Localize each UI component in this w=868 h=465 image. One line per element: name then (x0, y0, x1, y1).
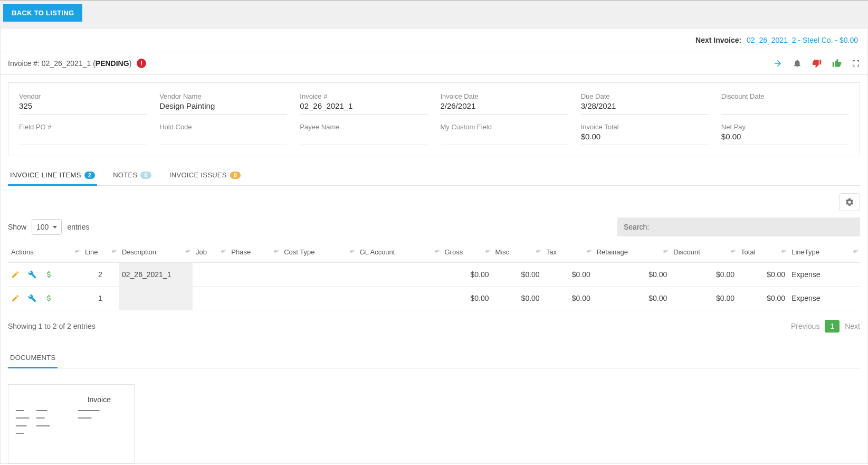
field-discount-date: Discount Date (721, 91, 849, 115)
table-row: 1$0.00$0.00$0.00$0.00$0.00$0.00Expense (8, 287, 860, 310)
field-label: Field PO # (19, 123, 147, 131)
field-value: 2/26/2021 (441, 101, 568, 110)
field-label: Net Pay (721, 123, 849, 131)
cell-phase (228, 287, 281, 310)
previous-page[interactable]: Previous (791, 322, 819, 330)
column-line[interactable]: Line (82, 242, 119, 263)
column-phase[interactable]: Phase (228, 242, 281, 263)
entries-select[interactable]: 100 (32, 219, 62, 235)
field-value: $0.00 (581, 132, 709, 141)
tab-invoice-issues[interactable]: INVOICE ISSUES0 (167, 166, 243, 185)
header-actions (772, 59, 860, 68)
cell-description (119, 287, 193, 310)
entries-label: entries (67, 223, 89, 231)
column-misc[interactable]: Misc (492, 242, 543, 263)
column-actions[interactable]: Actions (8, 242, 82, 263)
column-tax[interactable]: Tax (543, 242, 594, 263)
documents-section: DOCUMENTS (8, 348, 860, 368)
column-gl-account[interactable]: GL Account (357, 242, 442, 263)
invoice-number: 02_26_2021_1 (42, 59, 91, 68)
tab-badge: 2 (84, 172, 95, 179)
field-net-pay: Net Pay$0.00 (721, 122, 849, 145)
tab-badge: 0 (140, 172, 151, 179)
page-1[interactable]: 1 (825, 320, 840, 333)
dollar-icon[interactable] (45, 270, 53, 279)
invoice-card: Next Invoice: 02_26_2021_2 - Steel Co. -… (0, 28, 868, 464)
cell-linetype: Expense (788, 287, 860, 310)
cell-discount: $0.00 (670, 263, 738, 287)
next-invoice-link[interactable]: 02_26_2021_2 - Steel Co. - $0.00 (747, 36, 858, 44)
thumbs-down-icon[interactable] (812, 59, 822, 68)
cell-misc: $0.00 (492, 287, 543, 310)
bell-icon[interactable] (793, 59, 802, 68)
caret-down-icon (53, 226, 57, 229)
cell-phase (228, 263, 281, 287)
field-label: Vendor Name (159, 92, 287, 100)
field-label: Invoice Date (441, 92, 568, 100)
dollar-icon[interactable] (45, 294, 53, 302)
field-due-date: Due Date3/28/2021 (581, 91, 709, 115)
edit-icon[interactable] (11, 294, 20, 302)
column-discount[interactable]: Discount (670, 242, 738, 263)
column-linetype[interactable]: LineType (788, 242, 860, 263)
cell-retainage: $0.00 (594, 263, 671, 287)
tab-invoice-line-items[interactable]: INVOICE LINE ITEMS2 (8, 166, 97, 185)
cell-job (193, 263, 228, 287)
tab-notes[interactable]: NOTES0 (111, 166, 154, 185)
sort-icon (185, 248, 192, 256)
wrench-icon[interactable] (28, 294, 36, 302)
search-box[interactable]: Search: (617, 217, 860, 236)
field-label: Vendor (19, 92, 147, 100)
wrench-icon[interactable] (28, 270, 36, 279)
fullscreen-icon[interactable] (852, 59, 860, 68)
tab-label: NOTES (113, 171, 137, 179)
document-thumbnail[interactable]: Invoice ━━━━━━━━━━━━━━━ ━━━━━━━━━━━━ ━━━… (8, 384, 135, 463)
next-invoice-bar: Next Invoice: 02_26_2021_2 - Steel Co. -… (1, 29, 867, 52)
cell-total: $0.00 (738, 263, 788, 287)
column-cost-type[interactable]: Cost Type (281, 242, 357, 263)
field-label: Due Date (581, 92, 709, 100)
cell-tax: $0.00 (543, 263, 594, 287)
forward-arrow-icon[interactable] (772, 59, 783, 68)
cell-line: 1 (82, 287, 119, 310)
field-invoice-total: Invoice Total$0.00 (581, 122, 709, 145)
column-retainage[interactable]: Retainage (594, 242, 671, 263)
sort-icon (781, 248, 787, 256)
column-total[interactable]: Total (738, 242, 788, 263)
tab-documents[interactable]: DOCUMENTS (8, 348, 58, 368)
field-invoice-: Invoice #02_26_2021_1 (300, 91, 427, 115)
column-description[interactable]: Description (119, 242, 193, 263)
sort-icon (536, 248, 542, 256)
column-job[interactable]: Job (193, 242, 228, 263)
column-gross[interactable]: Gross (442, 242, 492, 263)
field-label: My Custom Field (441, 123, 568, 131)
next-invoice-label: Next Invoice: (695, 36, 741, 44)
sort-icon (221, 248, 227, 256)
field-payee-name: Payee Name (300, 122, 427, 145)
edit-icon[interactable] (11, 270, 20, 279)
thumbs-up-icon[interactable] (832, 59, 842, 68)
invoice-detail-box: Vendor325Vendor NameDesign PaintingInvoi… (8, 82, 860, 156)
tabs: INVOICE LINE ITEMS2NOTES0INVOICE ISSUES0 (8, 166, 860, 186)
cell-gross: $0.00 (442, 287, 492, 310)
sort-icon (273, 248, 280, 256)
search-input[interactable] (651, 223, 852, 231)
cell-cost-type (281, 287, 357, 310)
invoice-prefix: Invoice #: (8, 59, 42, 68)
field-value: Design Painting (159, 101, 287, 110)
sort-icon (853, 248, 859, 256)
cell-linetype: Expense (788, 263, 860, 287)
show-entries-control: Show 100 entries (8, 219, 89, 235)
cell-gross: $0.00 (442, 263, 492, 287)
next-page[interactable]: Next (845, 322, 860, 330)
field-invoice-date: Invoice Date2/26/2021 (441, 91, 568, 115)
field-vendor: Vendor325 (19, 91, 147, 115)
table-settings-button[interactable] (839, 193, 860, 211)
back-to-listing-button[interactable]: BACK TO LISTING (3, 4, 82, 22)
table-row: 202_26_2021_1$0.00$0.00$0.00$0.00$0.00$0… (8, 263, 860, 287)
sort-icon (74, 248, 81, 256)
field-value: 02_26_2021_1 (300, 101, 427, 110)
table-info: Showing 1 to 2 of 2 entries (8, 322, 96, 330)
alert-badge-icon[interactable]: ! (137, 59, 146, 68)
cell-description: 02_26_2021_1 (119, 263, 193, 287)
